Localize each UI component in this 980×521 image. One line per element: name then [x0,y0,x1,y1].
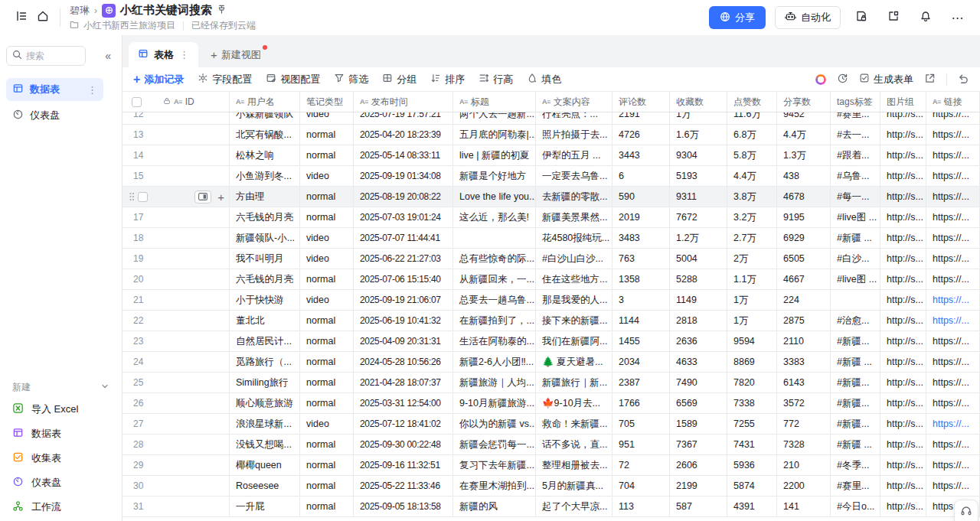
cell-comments[interactable]: 1358 [612,269,670,289]
cell-likes[interactable]: 5936 [727,455,777,475]
cell-tags[interactable]: #新疆... [831,393,880,413]
cell-comments[interactable]: 1144 [612,311,670,331]
cell-shares[interactable]: 141 [777,497,831,516]
expand-record-button[interactable] [194,190,211,204]
cell-favs[interactable]: 1.2万 [670,228,727,248]
cell-title[interactable]: 复习下去年新疆... [453,455,536,475]
cell-shares[interactable]: 3383 [777,352,831,372]
cell-title[interactable]: 生活在阿勒泰的... [453,331,536,351]
cell-time[interactable]: 2025-09-19 21:06:07 [354,290,453,310]
cell-favs[interactable]: 9311 [670,187,727,207]
cell-favs[interactable]: 1149 [670,290,727,310]
cell-favs[interactable]: 2818 [670,311,727,331]
cell-favs[interactable]: 1万 [670,112,727,124]
doc-permission-button[interactable] [850,6,873,29]
cell-user[interactable]: 董北北 [230,311,300,331]
cell-likes[interactable]: 1万 [727,290,777,310]
cell-likes[interactable]: 1.1万 [727,269,777,289]
cell-favs[interactable]: 7490 [670,373,727,392]
undo-icon[interactable] [958,73,969,86]
cell-comments[interactable]: 2019 [612,207,670,227]
cell-content[interactable]: 话不多说，直... [536,435,612,454]
more-button[interactable]: ⋯ [946,6,969,29]
header-cell-images[interactable]: 图片组 [880,92,926,112]
cell-comments[interactable]: 3483 [612,228,670,248]
row-gutter-cell[interactable]: 29 [122,455,230,475]
cell-likes[interactable]: 2万 [727,249,777,269]
home-button[interactable] [32,7,54,28]
row-gutter-cell[interactable]: 12 [122,112,230,124]
cell-shares[interactable]: 224 [777,290,831,310]
cell-title[interactable]: 新疆的风 [453,497,536,516]
cell-images[interactable]: http://s... [880,228,926,248]
cell-link[interactable]: https://... [926,166,980,186]
row-gutter-cell[interactable]: 27 [122,414,230,434]
cell-content[interactable]: 🌲 夏天避暑... [536,352,612,372]
cell-user[interactable]: 顺心顺意旅游 [230,393,300,413]
cell-content[interactable]: 接下来的新疆... [536,311,612,331]
cell-type[interactable]: normal [300,497,354,516]
cell-images[interactable]: http://s... [880,414,926,434]
cell-type[interactable]: video [300,112,354,124]
cell-user[interactable]: 六毛钱的月亮 [230,207,300,227]
cell-time[interactable]: 2025-05-22 11:33:46 [354,476,453,496]
row-gutter-cell[interactable]: 17 [122,207,230,227]
cell-link[interactable]: https://... [926,207,980,227]
cell-comments[interactable]: 763 [612,249,670,269]
cell-likes[interactable]: 3.2万 [727,207,777,227]
notifications-button[interactable] [914,6,937,29]
cell-likes[interactable]: 7820 [727,373,777,392]
row-gutter-cell[interactable]: 22 [122,311,230,331]
cell-comments[interactable]: 2387 [612,373,670,392]
row-gutter-cell[interactable]: 21 [122,290,230,310]
cell-time[interactable]: 2025-04-09 20:31:31 [354,331,453,351]
cell-likes[interactable]: 3.8万 [727,187,777,207]
row-gutter-cell[interactable]: 28 [122,435,230,454]
cell-type[interactable]: normal [300,187,354,207]
cell-content[interactable]: 住在这些地方... [536,269,612,289]
cell-type[interactable]: normal [300,207,354,227]
cell-tags[interactable]: #新疆... [831,331,880,351]
header-cell-link[interactable]: A≡链接 [926,92,980,112]
cell-favs[interactable]: 587 [670,497,727,516]
cell-likes[interactable]: 9594 [727,331,777,351]
cell-title[interactable]: live | 新疆的初夏 [453,145,536,165]
row-gutter-cell[interactable]: 20 [122,269,230,289]
cell-comments[interactable]: 1455 [612,331,670,351]
cell-content[interactable]: 5月的新疆真... [536,476,612,496]
cell-user[interactable]: 北冥有锅酸... [230,125,300,145]
cell-link[interactable]: https://... [926,414,980,434]
add-record-button[interactable]: + 添加记录 [133,73,184,86]
cell-shares[interactable]: 2200 [777,476,831,496]
cell-comments[interactable]: 704 [612,476,670,496]
cell-tags[interactable]: #新疆 ... [831,228,880,248]
help-floating-button[interactable] [954,500,978,521]
cell-link[interactable]: https://... [926,228,980,248]
row-gutter-cell[interactable]: + [122,187,230,207]
cell-comments[interactable]: 3 [612,290,670,310]
cell-content[interactable]: 我们在新疆阿... [536,331,612,351]
cell-user[interactable]: 浪浪星球新... [230,414,300,434]
insert-record-button[interactable]: + [217,191,224,203]
cell-shares[interactable]: 210 [777,455,831,475]
cell-content[interactable]: 起了个大早凉... [536,497,612,516]
cell-type[interactable]: video [300,290,354,310]
cell-time[interactable]: 2025-06-22 21:27:03 [354,249,453,269]
cell-user[interactable]: 小于快快游 [230,290,300,310]
cell-time[interactable]: 2025-06-19 10:41:32 [354,311,453,331]
cell-images[interactable]: http://s... [880,269,926,289]
cell-time[interactable]: 2025-09-30 00:22:48 [354,435,453,454]
cell-content[interactable]: 整理相册被去... [536,455,612,475]
cell-favs[interactable]: 7367 [670,435,727,454]
cell-link[interactable]: https://... [926,311,980,331]
cell-images[interactable]: http://s... [880,207,926,227]
cell-images[interactable]: http://s... [880,145,926,165]
sidebar-item-new-form[interactable]: 收集表 [6,446,116,471]
cell-comments[interactable]: 1766 [612,393,670,413]
cell-link[interactable]: https://... [926,290,980,310]
cell-link[interactable]: https://... [926,187,980,207]
cell-tags[interactable]: #新疆... [831,373,880,392]
cell-link[interactable]: https://... [926,145,980,165]
cell-likes[interactable]: 5874 [727,476,777,496]
cell-user[interactable]: Similing旅行 [230,373,300,392]
